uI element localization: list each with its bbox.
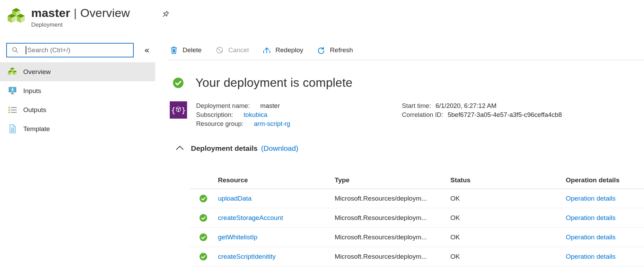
status-cell: OK	[450, 214, 566, 222]
download-link[interactable]: (Download)	[261, 144, 298, 153]
no-symbol-icon	[215, 46, 224, 55]
resource-type-cell: Microsoft.Resources/deploym...	[335, 253, 450, 260]
sidebar-item-overview[interactable]: Overview	[0, 62, 155, 81]
subscription-link[interactable]: tokubica	[244, 111, 267, 118]
sidebar-item-label: Outputs	[23, 106, 46, 114]
delete-button[interactable]: Delete	[170, 46, 202, 55]
start-time-label: Start time:	[402, 102, 431, 109]
resource-group-label: Resource group:	[196, 120, 244, 127]
resource-link[interactable]: createStorageAccount	[218, 214, 283, 222]
success-check-icon	[189, 252, 218, 261]
details-section-title: Deployment details	[191, 144, 258, 153]
sidebar-menu: Overview Inputs	[0, 62, 155, 138]
deployment-info-left: Deployment name:master Subscription:toku…	[196, 101, 290, 128]
resource-link[interactable]: createScriptIdenitity	[218, 253, 276, 260]
sidebar-item-outputs[interactable]: Outputs	[0, 100, 155, 119]
success-check-icon	[189, 233, 218, 241]
deployment-cubes-icon	[8, 7, 26, 25]
correlation-id-row: Correlation ID:5bef6727-3a05-4e57-a3f5-c…	[402, 110, 562, 119]
correlation-id-value: 5bef6727-3a05-4e57-a3f5-c96ceffa4cb8	[448, 111, 562, 118]
svg-text:}: }	[181, 106, 186, 114]
operation-details-link[interactable]: Operation details	[566, 195, 616, 202]
sidebar-item-inputs[interactable]: Inputs	[0, 81, 155, 100]
deployment-name-label: Deployment name:	[196, 102, 250, 109]
correlation-id-label: Correlation ID:	[402, 111, 443, 118]
title-separator: |	[70, 6, 80, 19]
page-title-block: master|Overview Deployment	[31, 6, 130, 28]
status-message: Your deployment is complete	[195, 76, 353, 90]
type-column-header: Type	[335, 176, 450, 184]
collapse-sidebar-icon[interactable]: «	[140, 44, 154, 56]
resource-column-header: Resource	[218, 176, 335, 184]
deployment-status-banner: Your deployment is complete	[173, 76, 353, 90]
resource-group-row: Resource group:arm-script-rg	[196, 119, 290, 128]
refresh-button[interactable]: Refresh	[317, 46, 353, 55]
table-row: createStorageAccount Microsoft.Resources…	[189, 208, 644, 228]
page-section-title: Overview	[80, 6, 130, 19]
svg-text:{: {	[171, 106, 176, 114]
success-check-icon	[189, 194, 218, 203]
table-header-row: Resource Type Status Operation details	[189, 172, 644, 189]
redeploy-button[interactable]: Redeploy	[263, 46, 303, 55]
operation-details-link[interactable]: Operation details	[566, 253, 616, 260]
deployment-operations-table: Resource Type Status Operation details u…	[189, 172, 644, 266]
status-column-header: Status	[450, 176, 566, 184]
success-check-icon	[189, 214, 218, 222]
document-icon	[8, 124, 17, 134]
status-cell: OK	[450, 233, 566, 241]
success-check-icon	[173, 77, 184, 89]
redeploy-button-label: Redeploy	[275, 46, 303, 54]
delete-button-label: Delete	[183, 46, 202, 54]
deployment-info: { } Deployment name:master Subscription:…	[170, 101, 290, 128]
sidebar-item-label: Overview	[23, 68, 51, 76]
table-row: uploadData Microsoft.Resources/deploym..…	[189, 189, 644, 208]
monitor-download-icon	[8, 86, 17, 96]
toolbar-divider	[168, 60, 644, 60]
sidebar-item-label: Template	[23, 125, 50, 133]
deployment-cubes-icon	[8, 67, 17, 77]
refresh-button-label: Refresh	[330, 46, 353, 54]
deployment-info-right: Start time:6/1/2020, 6:27:12 AM Correlat…	[402, 101, 562, 119]
deployment-details-section-header: Deployment details (Download)	[175, 144, 298, 153]
table-row: createScriptIdenitity Microsoft.Resource…	[189, 247, 644, 266]
resource-group-link[interactable]: arm-script-rg	[254, 120, 290, 127]
operation-details-link[interactable]: Operation details	[566, 214, 616, 222]
resource-link[interactable]: getWhitelistIp	[218, 233, 257, 241]
sidebar-item-template[interactable]: Template	[0, 119, 155, 138]
subscription-label: Subscription:	[196, 111, 233, 118]
status-cell: OK	[450, 253, 566, 260]
start-time-value: 6/1/2020, 6:27:12 AM	[435, 102, 496, 109]
cancel-button-label: Cancel	[228, 46, 249, 54]
trash-icon	[170, 46, 179, 55]
subscription-row: Subscription:tokubica	[196, 110, 290, 119]
resource-type-subtitle: Deployment	[31, 21, 130, 28]
deployment-name-title: master	[31, 6, 70, 19]
resource-link[interactable]: uploadData	[218, 195, 252, 202]
cancel-button[interactable]: Cancel	[215, 46, 249, 55]
search-icon	[12, 47, 19, 54]
status-cell: OK	[450, 195, 566, 202]
chevron-up-icon[interactable]	[175, 145, 185, 152]
deployment-name-row: Deployment name:master	[196, 101, 290, 110]
operation-details-link[interactable]: Operation details	[566, 233, 616, 241]
arm-template-icon: { }	[170, 101, 187, 119]
deployment-name-value: master	[260, 102, 280, 109]
pin-icon[interactable]	[160, 10, 170, 20]
command-bar: Delete Cancel Redeplo	[170, 42, 367, 58]
operation-details-column-header: Operation details	[566, 176, 644, 184]
resource-type-cell: Microsoft.Resources/deploym...	[335, 233, 450, 241]
circular-arrow-icon	[317, 46, 326, 55]
sidebar-search	[6, 43, 134, 57]
sidebar-item-label: Inputs	[23, 87, 41, 95]
resource-type-cell: Microsoft.Resources/deploym...	[335, 214, 450, 222]
table-row: getWhitelistIp Microsoft.Resources/deplo…	[189, 228, 644, 247]
page-title: master|Overview	[31, 6, 130, 20]
start-time-row: Start time:6/1/2020, 6:27:12 AM	[402, 101, 562, 110]
azure-deployment-overview-page: master|Overview Deployment «	[0, 0, 644, 276]
upload-arrow-icon	[263, 46, 272, 55]
checklist-icon	[8, 105, 17, 115]
resource-type-cell: Microsoft.Resources/deploym...	[335, 195, 450, 202]
search-input[interactable]	[26, 44, 133, 57]
